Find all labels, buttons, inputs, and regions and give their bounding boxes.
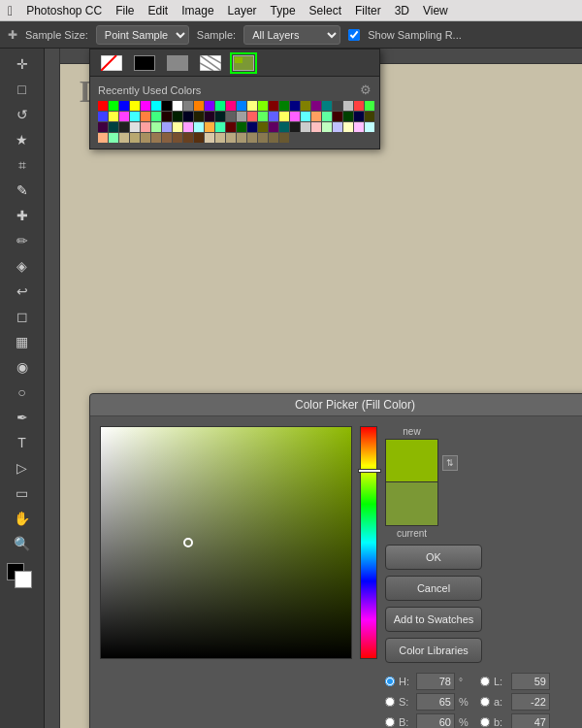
swatch-cell[interactable]: [258, 133, 268, 143]
swatch-cell[interactable]: [98, 112, 108, 121]
swatch-cell[interactable]: [173, 133, 182, 143]
menu-view[interactable]: View: [423, 4, 448, 17]
swatch-cell[interactable]: [269, 101, 278, 111]
swatch-cell[interactable]: [151, 101, 161, 111]
swatch-cell[interactable]: [205, 122, 214, 132]
swatch-cell[interactable]: [183, 133, 193, 143]
eraser-tool[interactable]: ◻: [11, 305, 34, 328]
swatch-cell[interactable]: [173, 112, 182, 121]
b-radio[interactable]: [385, 717, 395, 727]
eyedropper-tool[interactable]: ✎: [11, 179, 34, 202]
diagonal-swatch-btn[interactable]: [98, 52, 125, 74]
swatch-cell[interactable]: [290, 112, 300, 121]
menu-file[interactable]: File: [115, 4, 134, 17]
swatch-cell[interactable]: [194, 122, 204, 132]
swatch-cell[interactable]: [183, 112, 193, 121]
swatch-cell[interactable]: [301, 122, 310, 132]
swatch-cell[interactable]: [343, 122, 353, 132]
swatch-cell[interactable]: [194, 112, 204, 121]
swatch-cell[interactable]: [141, 112, 150, 121]
swatch-cell[interactable]: [237, 101, 246, 111]
swatch-cell[interactable]: [269, 133, 278, 143]
swatch-cell[interactable]: [247, 133, 257, 143]
swatch-cell[interactable]: [205, 133, 214, 143]
menu-filter[interactable]: Filter: [355, 4, 381, 17]
swatch-cell[interactable]: [119, 101, 129, 111]
swatch-cell[interactable]: [322, 112, 332, 121]
hand-tool[interactable]: ✋: [11, 507, 34, 530]
swatch-cell[interactable]: [98, 133, 108, 143]
swatch-cell[interactable]: [215, 133, 225, 143]
swatch-cell[interactable]: [365, 122, 374, 132]
swatch-cell[interactable]: [119, 122, 129, 132]
swatch-cell[interactable]: [141, 122, 150, 132]
h-radio[interactable]: [385, 677, 395, 686]
swatch-cell[interactable]: [290, 101, 300, 111]
swatch-cell[interactable]: [322, 122, 332, 132]
swatch-cell[interactable]: [141, 133, 150, 143]
swatch-cell[interactable]: [247, 112, 257, 121]
color-gradient-area[interactable]: [100, 426, 352, 659]
swatch-cell[interactable]: [279, 112, 289, 121]
swatch-cell[interactable]: [279, 101, 289, 111]
marquee-tool[interactable]: □: [11, 78, 34, 101]
swatch-cell[interactable]: [162, 101, 172, 111]
swatch-cell[interactable]: [237, 112, 246, 121]
h-input[interactable]: [416, 673, 455, 690]
menu-3d[interactable]: 3D: [395, 4, 409, 17]
history-brush-tool[interactable]: ↩: [11, 280, 34, 303]
move-tool[interactable]: ✛: [11, 52, 34, 76]
quick-select-tool[interactable]: ★: [11, 128, 34, 151]
menu-edit[interactable]: Edit: [148, 4, 169, 17]
a-input[interactable]: [511, 693, 550, 711]
brush-tool[interactable]: ✏: [11, 229, 34, 252]
hatched-swatch-btn[interactable]: [197, 52, 224, 74]
color-gradient-bg[interactable]: [100, 426, 352, 659]
pen-tool[interactable]: ✒: [11, 406, 34, 429]
color-libraries-button[interactable]: Color Libraries: [385, 638, 482, 663]
swatch-cell[interactable]: [269, 112, 278, 121]
swatch-cell[interactable]: [354, 122, 364, 132]
swatch-cell[interactable]: [226, 101, 236, 111]
swatch-cell[interactable]: [173, 101, 182, 111]
swatch-cell[interactable]: [322, 101, 332, 111]
sample-select[interactable]: All Layers: [243, 25, 340, 45]
swatch-cell[interactable]: [141, 101, 150, 111]
l-radio[interactable]: [480, 677, 490, 686]
dodge-tool[interactable]: ○: [11, 381, 34, 404]
fg-bg-colors[interactable]: [7, 563, 38, 590]
swatch-cell[interactable]: [237, 122, 246, 132]
shape-tool[interactable]: ▭: [11, 481, 34, 505]
swatch-cell[interactable]: [343, 112, 353, 121]
swatch-cell[interactable]: [205, 112, 214, 121]
s-input[interactable]: [416, 693, 455, 711]
swatch-cell[interactable]: [237, 133, 246, 143]
swatch-cell[interactable]: [194, 133, 204, 143]
swatch-cell[interactable]: [119, 133, 129, 143]
swatch-cell[interactable]: [311, 101, 321, 111]
background-color[interactable]: [15, 571, 32, 588]
swatch-cell[interactable]: [183, 122, 193, 132]
menu-layer[interactable]: Layer: [228, 4, 257, 17]
black-swatch-btn[interactable]: [131, 52, 158, 74]
swatch-cell[interactable]: [215, 112, 225, 121]
swatch-cell[interactable]: [247, 122, 257, 132]
swatch-cell[interactable]: [98, 122, 108, 132]
crop-tool[interactable]: ⌗: [11, 153, 34, 177]
swatch-cell[interactable]: [354, 112, 364, 121]
swatch-cell[interactable]: [205, 101, 214, 111]
show-sampling-checkbox[interactable]: [348, 29, 360, 41]
swatch-cell[interactable]: [109, 112, 118, 121]
menu-photoshop[interactable]: Photoshop CC: [26, 4, 102, 17]
apple-menu[interactable]: : [8, 3, 13, 18]
swatch-cell[interactable]: [365, 101, 374, 111]
s-radio[interactable]: [385, 697, 395, 707]
swatch-cell[interactable]: [130, 101, 140, 111]
clone-stamp-tool[interactable]: ◈: [11, 254, 34, 278]
a-radio[interactable]: [480, 697, 490, 707]
swatch-cell[interactable]: [130, 122, 140, 132]
l-input[interactable]: [511, 673, 550, 690]
swatch-cell[interactable]: [226, 112, 236, 121]
add-to-swatches-button[interactable]: Add to Swatches: [385, 607, 482, 632]
swatch-cell[interactable]: [354, 101, 364, 111]
